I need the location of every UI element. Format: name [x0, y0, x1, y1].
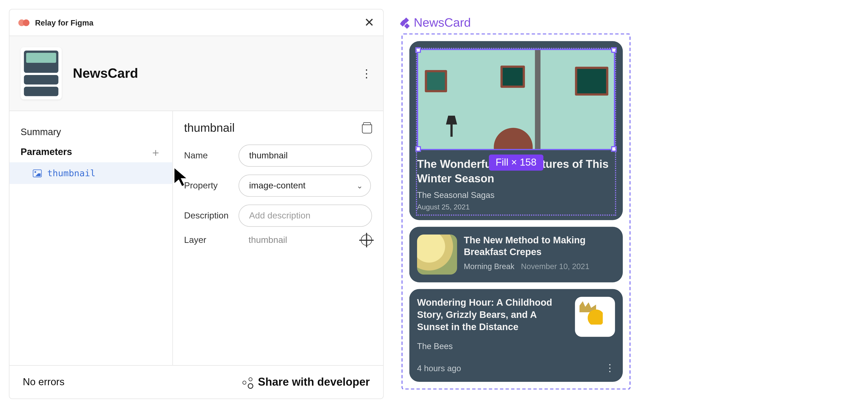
card-time-ago: 4 hours ago: [417, 363, 461, 373]
layer-value: thumbnail: [239, 235, 361, 245]
card-date: November 10, 2021: [521, 261, 590, 270]
left-column: Summary Parameters ＋ thumbnail: [9, 111, 173, 365]
more-options-icon[interactable]: ⋮: [361, 67, 372, 80]
layer-label: Layer: [184, 235, 239, 245]
parameter-item-thumbnail[interactable]: thumbnail: [9, 162, 173, 184]
relay-plugin-panel: Relay for Figma ✕ NewsCard ⋮ Summary Par…: [9, 9, 383, 399]
component-thumbnail: [21, 47, 62, 99]
share-label: Share with developer: [258, 376, 370, 389]
component-name: NewsCard: [73, 65, 138, 81]
card-thumbnail-image: [417, 234, 457, 275]
component-icon: [401, 18, 410, 27]
right-column: thumbnail Name Property ⌄ Description La…: [173, 111, 383, 365]
detail-title: thumbnail: [184, 121, 235, 134]
card-thumbnail-image: [575, 297, 615, 337]
card-source: Morning Break: [464, 261, 515, 270]
share-with-developer-button[interactable]: Share with developer: [242, 376, 370, 389]
card-title: The New Method to Making Breakfast Crepe…: [464, 234, 615, 258]
delete-icon[interactable]: [362, 122, 372, 133]
component-frame[interactable]: Fill × 158 The Wonderful Architectures o…: [401, 33, 631, 390]
parameter-item-label: thumbnail: [47, 168, 95, 179]
size-badge: Fill × 158: [489, 155, 543, 170]
component-header: NewsCard ⋮: [9, 36, 383, 111]
hero-date: August 25, 2021: [417, 203, 615, 211]
hero-thumbnail-image[interactable]: [417, 49, 615, 150]
description-label: Description: [184, 211, 239, 221]
detail-header: thumbnail: [184, 121, 372, 134]
card-subtitle: The Bees: [417, 341, 615, 351]
property-select[interactable]: ⌄: [239, 174, 372, 196]
image-icon: [33, 169, 41, 177]
parameters-label: Parameters: [21, 147, 72, 158]
card-title: Wondering Hour: A Childhood Story, Grizz…: [417, 297, 568, 334]
hero-subtitle: The Seasonal Sagas: [417, 190, 615, 199]
name-label: Name: [184, 151, 239, 161]
description-input[interactable]: [239, 204, 372, 227]
panel-body: Summary Parameters ＋ thumbnail thumbnail…: [9, 111, 383, 365]
plugin-header: Relay for Figma ✕: [9, 9, 383, 36]
news-card-item[interactable]: The New Method to Making Breakfast Crepe…: [409, 227, 623, 282]
parameters-header: Parameters ＋: [9, 142, 173, 162]
panel-footer: No errors Share with developer: [9, 365, 383, 399]
figma-canvas: NewsCard Fill × 158 The Wonderful Archit…: [401, 15, 631, 390]
mouse-cursor-icon: [174, 167, 189, 188]
property-select-value[interactable]: [239, 174, 371, 196]
status-text: No errors: [23, 376, 65, 388]
component-frame-name: NewsCard: [414, 15, 471, 30]
news-card-item[interactable]: Wondering Hour: A Childhood Story, Grizz…: [409, 289, 623, 382]
add-parameter-icon[interactable]: ＋: [150, 147, 161, 158]
component-frame-label[interactable]: NewsCard: [401, 15, 631, 30]
tab-summary[interactable]: Summary: [9, 122, 173, 142]
card-more-icon[interactable]: ⋮: [605, 362, 615, 374]
news-card-hero[interactable]: Fill × 158 The Wonderful Architectures o…: [409, 41, 623, 220]
locate-layer-icon[interactable]: [361, 234, 372, 246]
name-input[interactable]: [239, 145, 372, 167]
plugin-title: Relay for Figma: [35, 18, 93, 27]
property-label: Property: [184, 181, 239, 191]
share-icon: [242, 377, 252, 387]
relay-logo-icon: [18, 18, 31, 27]
close-icon[interactable]: ✕: [364, 17, 374, 29]
